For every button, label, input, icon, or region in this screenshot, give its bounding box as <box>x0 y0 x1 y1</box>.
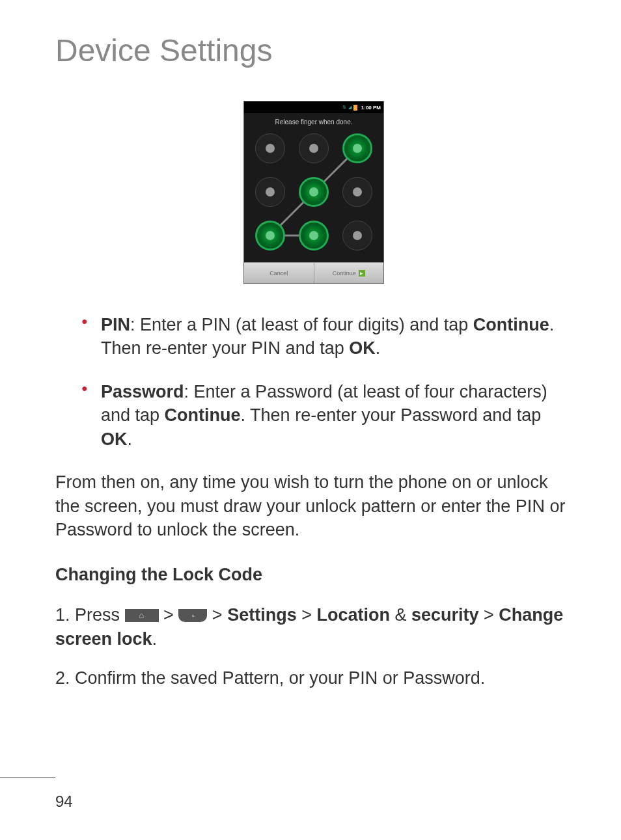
pattern-dot <box>299 133 329 163</box>
bold: Continue <box>165 405 241 425</box>
phone-button-row: Cancel Continue ▶ <box>244 262 383 283</box>
network-icon: ⇅ <box>342 105 346 110</box>
bold: Location <box>316 605 390 625</box>
continue-button: Continue ▶ <box>314 263 384 283</box>
bold: OK <box>101 429 128 449</box>
section-heading: Changing the Lock Code <box>55 565 572 585</box>
page-number: 94 <box>55 793 73 811</box>
phone-screen: ⇅ ◢ 1:00 PM Release finger when done. Ca… <box>243 101 384 284</box>
pattern-dot-active <box>299 177 329 207</box>
text: : Enter a PIN (at least of four digits) … <box>130 315 473 334</box>
status-time: 1:00 PM <box>361 105 381 111</box>
pattern-dot <box>255 133 285 163</box>
cancel-button: Cancel <box>244 263 314 283</box>
signal-icon: ◢ <box>348 105 352 110</box>
text: . <box>152 629 158 649</box>
bold: security <box>411 605 479 625</box>
pattern-grid <box>255 133 372 251</box>
pattern-dot <box>342 177 372 207</box>
arrow-icon: ▶ <box>359 270 365 277</box>
text: > <box>479 605 499 625</box>
bullet-password: Password: Enter a Password (at least of … <box>81 380 572 451</box>
text: & <box>390 605 411 625</box>
step-1: 1. Press > > Settings > Location & secur… <box>55 603 572 653</box>
bullet-list: PIN: Enter a PIN (at least of four digit… <box>55 313 572 451</box>
home-icon <box>125 609 159 622</box>
text: . <box>376 338 381 358</box>
step-2: 2. Confirm the saved Pattern, or your PI… <box>55 666 572 691</box>
pattern-dot <box>255 177 285 207</box>
pattern-dot <box>342 221 372 251</box>
label: PIN <box>101 315 130 334</box>
text: 1. Press <box>55 605 125 625</box>
phone-screenshot: ⇅ ◢ 1:00 PM Release finger when done. Ca… <box>55 101 572 284</box>
page-title: Device Settings <box>55 33 572 68</box>
label: Password <box>101 382 184 401</box>
text: . <box>128 429 133 449</box>
text: > <box>163 605 178 625</box>
pattern-instruction: Release finger when done. <box>244 113 383 133</box>
text: > <box>212 605 227 625</box>
text: > <box>297 605 317 625</box>
pattern-dot-active <box>255 221 285 251</box>
pattern-dot-active <box>299 221 329 251</box>
bold: Continue <box>473 315 549 334</box>
body-paragraph: From then on, any time you wish to turn … <box>55 470 572 541</box>
text: . Then re-enter your Password and tap <box>241 405 542 425</box>
battery-icon <box>353 105 357 111</box>
footer-line <box>0 778 55 778</box>
bullet-pin: PIN: Enter a PIN (at least of four digit… <box>81 313 572 360</box>
menu-icon <box>178 609 207 622</box>
bold: Settings <box>227 605 297 625</box>
bold: OK <box>349 338 376 358</box>
status-bar: ⇅ ◢ 1:00 PM <box>244 102 383 113</box>
continue-label: Continue <box>333 270 356 277</box>
pattern-dot-active <box>342 133 372 163</box>
